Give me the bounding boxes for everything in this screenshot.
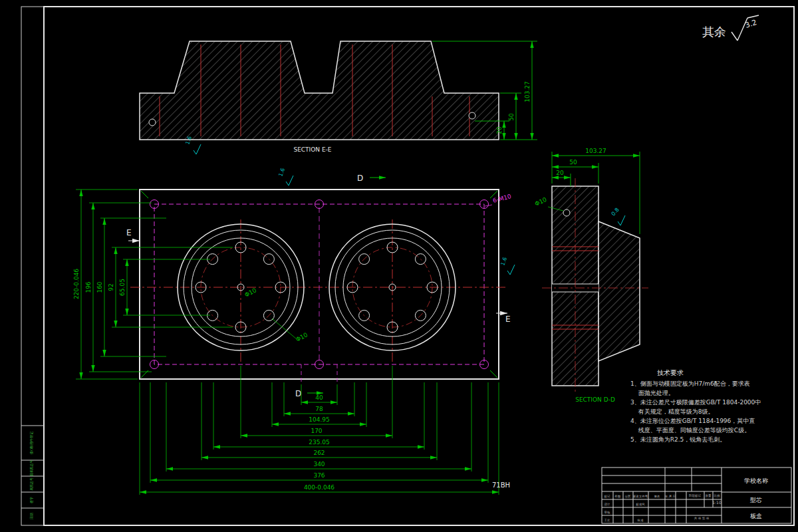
tech-note-line: 面抛光处理。 bbox=[630, 390, 674, 396]
tb-col-doc: 更改文件号 bbox=[633, 494, 648, 498]
dim-262: 262 bbox=[313, 450, 325, 456]
dowel-hole bbox=[563, 209, 570, 216]
tb-col-date: 年.月.日 bbox=[665, 495, 676, 498]
part-code: 71BH bbox=[492, 481, 510, 489]
cut-letter-d-top: D bbox=[357, 174, 363, 183]
dim-340: 340 bbox=[313, 461, 325, 467]
side-hole bbox=[469, 112, 475, 119]
dim-170: 170 bbox=[311, 428, 322, 434]
dim-160: 160 bbox=[96, 281, 103, 293]
tb-school: 学校名称 bbox=[744, 477, 768, 484]
tech-note-line: 4、未注形位公差按GB/T 1184-1996，其中直 bbox=[630, 418, 755, 424]
tb-stage: 阶段标记 bbox=[689, 493, 702, 498]
dim-23505: 235.05 bbox=[309, 439, 330, 446]
tb-row-check: 审核 bbox=[604, 511, 611, 514]
dim-78: 78 bbox=[315, 406, 323, 412]
tb-col-count: 处数 bbox=[615, 494, 622, 498]
tech-notes-title: 技术要求 bbox=[657, 369, 684, 376]
tb-sheets: 共 张 第 张 bbox=[694, 517, 710, 520]
dim-103: 103.27 bbox=[585, 148, 606, 154]
edge-strip-label: 借(通)用件登记 bbox=[29, 432, 34, 455]
edge-strip-label: 底图总号 bbox=[29, 477, 34, 491]
tb-col-mark: 标记 bbox=[604, 494, 611, 499]
dim-92: 92 bbox=[108, 283, 114, 291]
tb-component: 板盒 bbox=[750, 513, 762, 519]
dim-376: 376 bbox=[313, 472, 325, 479]
dim-10495: 104.95 bbox=[309, 416, 330, 423]
dim-196: 196 bbox=[85, 281, 92, 293]
cut-letter-d-bottom: D bbox=[295, 389, 301, 398]
dim-20: 20 bbox=[556, 170, 564, 176]
tech-note-line: 线度、平面度、同轴度公差等级均按C级。 bbox=[630, 427, 750, 434]
dim-220: 220-0.046 bbox=[73, 269, 80, 299]
tb-weight: 质量 bbox=[706, 494, 712, 497]
tb-scale-value: 1:10 bbox=[712, 500, 722, 505]
tech-note-line: 5、未注圆角为R2.5，锐角去毛刺。 bbox=[630, 436, 726, 443]
tb-col-zone: 分区 bbox=[625, 494, 632, 498]
dim-400: 400-0.046 bbox=[304, 484, 334, 491]
dim-50: 50 bbox=[508, 113, 515, 121]
edge-strip-label: 日期 bbox=[29, 513, 34, 519]
tb-row-process: 工艺 bbox=[604, 518, 611, 522]
tech-note-line: 3、未注公差尺寸极限偏差按GB/T 1804-2000中 bbox=[630, 399, 761, 406]
cut-letter-e-left: E bbox=[126, 228, 132, 237]
tb-part: 型芯 bbox=[749, 497, 762, 503]
side-hole bbox=[149, 119, 156, 126]
cad-canvas: 借(通)用件登记 旧底图总号 底图总号 签字 日期 其余 3.2 SECTION bbox=[0, 0, 798, 532]
section-ee-label: SECTION E-E bbox=[293, 146, 331, 153]
dim-65: 65.05 bbox=[119, 279, 126, 296]
tech-note-line: 1、侧面与动模固定板为H7/m6配合，要求表 bbox=[630, 380, 750, 387]
tb-row-design: 设计 bbox=[604, 502, 611, 506]
dim-103: 103.27 bbox=[524, 81, 531, 102]
roughness-prefix: 其余 bbox=[702, 25, 726, 39]
dim-40: 40 bbox=[315, 394, 323, 401]
dim-20: 20 bbox=[496, 126, 503, 134]
cut-letter-e-right: E bbox=[505, 315, 511, 324]
tb-row-standard: 标准化 bbox=[635, 502, 645, 507]
edge-strip-label: 旧底图总号 bbox=[29, 460, 34, 477]
tb-row-approve: 批准 bbox=[637, 519, 644, 522]
tech-note-line: 有关规定，精度等级为8级。 bbox=[630, 408, 714, 415]
edge-strip-label: 签字 bbox=[29, 497, 34, 503]
section-dd-label: SECTION D-D bbox=[575, 396, 615, 403]
dim-50: 50 bbox=[569, 159, 577, 166]
tb-col-sign: 签名 bbox=[654, 495, 660, 498]
